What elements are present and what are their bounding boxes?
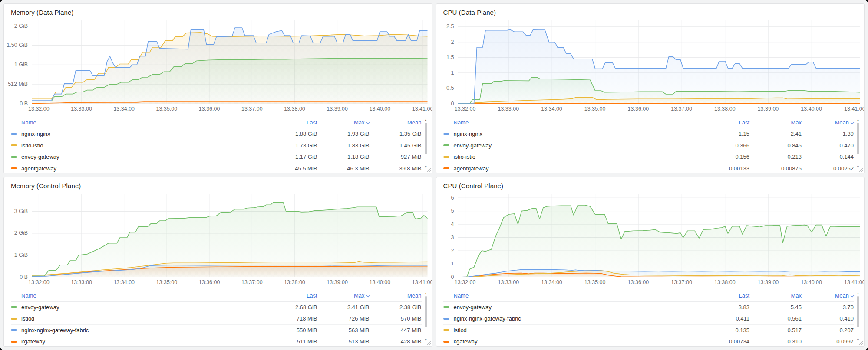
legend-col-mean[interactable]: Mean	[802, 292, 854, 299]
scroll-up-icon[interactable]: ▲	[424, 118, 427, 122]
legend-row[interactable]: istiod 718 MiB 726 MiB 570 MiB	[11, 313, 422, 325]
legend-scrollbar[interactable]: ▲ ▼	[422, 117, 430, 171]
series-color-swatch[interactable]	[443, 156, 449, 158]
chart-canvas[interactable]	[32, 194, 428, 277]
legend-col-max[interactable]: Max	[317, 119, 370, 126]
legend-col-last[interactable]: Last	[697, 292, 749, 299]
plot-area[interactable]	[32, 20, 428, 104]
legend-row[interactable]: kgateway 0.00734 0.310 0.0997	[443, 336, 854, 347]
legend-col-mean[interactable]: Mean	[370, 292, 422, 299]
series-name[interactable]: istiod	[21, 315, 265, 322]
scrollbar-thumb[interactable]	[857, 296, 859, 328]
plot-area[interactable]	[458, 20, 860, 104]
legend-col-mean[interactable]: Mean	[802, 119, 854, 126]
panel-title[interactable]: CPU (Control Plane)	[443, 182, 858, 190]
scroll-up-icon[interactable]: ▲	[857, 291, 860, 295]
series-color-swatch[interactable]	[11, 329, 17, 331]
series-name[interactable]: nginx-nginx-gateway-fabric	[21, 327, 265, 334]
legend-col-name[interactable]: Name	[443, 119, 698, 126]
series-name[interactable]: kgateway	[454, 338, 698, 345]
legend-row[interactable]: agentgateway 0.00133 0.00875 0.00252	[443, 163, 854, 173]
scrollbar-thumb[interactable]	[425, 296, 427, 328]
legend-row[interactable]: istio-istio 1.73 GiB 1.83 GiB 1.45 GiB	[11, 140, 422, 152]
scroll-up-icon[interactable]: ▲	[857, 118, 860, 122]
panel-title[interactable]: Memory (Control Plane)	[11, 182, 425, 190]
series-color-swatch[interactable]	[11, 133, 17, 135]
legend-row[interactable]: nginx-nginx 1.15 2.41 1.39	[443, 128, 854, 140]
resize-handle-icon[interactable]	[858, 340, 863, 345]
chart-canvas[interactable]	[458, 20, 860, 104]
series-name[interactable]: nginx-nginx-gateway-fabric	[454, 315, 698, 322]
series-name[interactable]: istio-istio	[21, 142, 265, 149]
scrollbar-thumb[interactable]	[857, 123, 859, 154]
panel-header[interactable]: CPU (Control Plane)	[436, 177, 865, 190]
series-name[interactable]: nginx-nginx	[21, 131, 265, 137]
series-name[interactable]: nginx-nginx	[454, 131, 698, 137]
series-color-swatch[interactable]	[11, 318, 17, 320]
legend: Name Last Max Mean envoy-gateway 2.68 Gi…	[11, 290, 430, 345]
legend-row[interactable]: istiod 0.135 0.517 0.207	[443, 325, 854, 337]
resize-handle-icon[interactable]	[426, 167, 431, 172]
series-color-swatch[interactable]	[443, 306, 449, 308]
legend-col-name[interactable]: Name	[11, 292, 265, 299]
series-name[interactable]: envoy-gateway	[21, 304, 265, 311]
legend-row[interactable]: envoy-gateway 2.68 GiB 3.41 GiB 2.38 GiB	[11, 302, 422, 314]
legend-col-last[interactable]: Last	[697, 119, 749, 126]
series-color-swatch[interactable]	[443, 329, 449, 331]
panel-header[interactable]: CPU (Data Plane)	[436, 4, 865, 17]
legend-row[interactable]: envoy-gateway 0.366 0.845 0.470	[443, 140, 854, 152]
resize-handle-icon[interactable]	[858, 167, 863, 172]
series-name[interactable]: istiod	[454, 327, 698, 334]
legend-row[interactable]: nginx-nginx-gateway-fabric 550 MiB 563 M…	[11, 325, 422, 337]
series-name[interactable]: istio-istio	[454, 154, 698, 160]
legend-col-max[interactable]: Max	[749, 119, 802, 126]
series-color-swatch[interactable]	[443, 167, 449, 169]
series-color-swatch[interactable]	[11, 156, 17, 158]
legend-col-max[interactable]: Max	[317, 292, 370, 299]
legend-scrollbar[interactable]: ▲ ▼	[422, 290, 430, 345]
series-max-value: 0.845	[749, 142, 802, 149]
legend-row[interactable]: envoy-gateway 1.17 GiB 1.18 GiB 927 MiB	[11, 151, 422, 163]
series-color-swatch[interactable]	[443, 133, 449, 135]
series-name[interactable]: agentgateway	[454, 165, 698, 172]
series-color-swatch[interactable]	[11, 144, 17, 146]
series-name[interactable]: envoy-gateway	[454, 142, 698, 149]
series-color-swatch[interactable]	[443, 318, 449, 320]
legend-scrollbar[interactable]: ▲ ▼	[854, 290, 862, 345]
series-color-swatch[interactable]	[443, 144, 449, 146]
series-color-swatch[interactable]	[11, 306, 17, 308]
legend-row[interactable]: istio-istio 0.156 0.213 0.144	[443, 151, 854, 163]
legend: Name Last Max Mean nginx-nginx 1.88 GiB …	[11, 117, 430, 171]
resize-handle-icon[interactable]	[426, 340, 431, 345]
legend-row[interactable]: nginx-nginx-gateway-fabric 0.411 0.561 0…	[443, 313, 854, 325]
legend-scrollbar[interactable]: ▲ ▼	[854, 117, 862, 171]
legend-col-max[interactable]: Max	[749, 292, 802, 299]
legend-col-last[interactable]: Last	[265, 292, 317, 299]
series-name[interactable]: agentgateway	[21, 165, 265, 172]
series-color-swatch[interactable]	[11, 167, 17, 169]
legend-col-name[interactable]: Name	[443, 292, 698, 299]
panel-title[interactable]: CPU (Data Plane)	[443, 9, 858, 16]
series-name[interactable]: envoy-gateway	[454, 304, 698, 311]
series-color-swatch[interactable]	[443, 341, 449, 343]
chart-canvas[interactable]	[458, 194, 860, 277]
scrollbar-thumb[interactable]	[425, 123, 427, 154]
plot-area[interactable]	[32, 194, 428, 277]
series-name[interactable]: envoy-gateway	[21, 154, 265, 160]
legend-row[interactable]: kgateway 511 MiB 513 MiB 428 MiB	[11, 336, 422, 347]
plot-area[interactable]	[458, 194, 860, 277]
chart-canvas[interactable]	[32, 20, 428, 104]
legend-row[interactable]: nginx-nginx 1.88 GiB 1.93 GiB 1.35 GiB	[11, 128, 422, 140]
legend-col-name[interactable]: Name	[11, 119, 265, 126]
series-name[interactable]: kgateway	[21, 338, 265, 345]
y-axis-label: 6	[451, 195, 454, 201]
legend-row[interactable]: envoy-gateway 3.83 5.45 3.70	[443, 302, 854, 314]
legend-col-last[interactable]: Last	[265, 119, 317, 126]
legend-row[interactable]: agentgateway 45.5 MiB 46.3 MiB 39.8 MiB	[11, 163, 422, 173]
panel-title[interactable]: Memory (Data Plane)	[11, 9, 425, 16]
scroll-up-icon[interactable]: ▲	[424, 291, 427, 295]
legend-col-mean[interactable]: Mean	[370, 119, 422, 126]
panel-header[interactable]: Memory (Data Plane)	[4, 4, 432, 17]
series-color-swatch[interactable]	[11, 341, 17, 343]
panel-header[interactable]: Memory (Control Plane)	[4, 177, 432, 190]
